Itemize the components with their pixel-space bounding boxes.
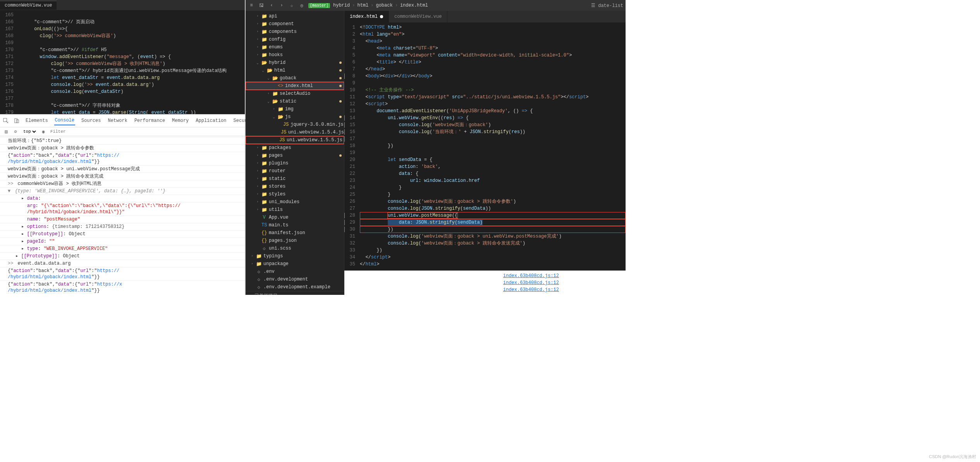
tree-item-router[interactable]: ›📁router [246, 167, 344, 175]
eye-icon[interactable]: ◉ [40, 128, 46, 135]
tree-item-manifest-json[interactable]: {}manifest.json [246, 229, 344, 237]
console-row[interactable]: ▸ type: "WEB_INVOKE_APPSERVICE" [0, 245, 245, 252]
date-list-label[interactable]: ☰ date-list [591, 3, 623, 9]
modified-dot-icon [339, 116, 342, 118]
editor-tab-commonWebView-vue[interactable]: commonWebView.vue [389, 11, 447, 22]
menu-icon[interactable]: ≡ [248, 2, 255, 9]
tree-item-component[interactable]: ›📁component [246, 20, 344, 28]
devtools-tab-network[interactable]: Network [107, 116, 128, 125]
crumb-html[interactable]: html [357, 3, 368, 8]
devtools-tab-elements[interactable]: Elements [25, 116, 49, 125]
clear-console-icon[interactable]: ⊘ [12, 128, 19, 135]
console-row[interactable]: ▸ pageId: "" [0, 238, 245, 245]
breadcrumb[interactable]: hybrid›html›goback›index.html [333, 3, 428, 8]
tree-item-enums[interactable]: ›📁enums [246, 43, 344, 51]
tree-item-uni_modules[interactable]: ›📁uni_modules [246, 198, 344, 206]
console-row[interactable]: arg: "{\"action\":\"back\",\"data\":{\"u… [0, 202, 245, 216]
devtools-tab-sources[interactable]: Sources [81, 116, 101, 125]
tree-item-static[interactable]: ›📁static [246, 175, 344, 183]
console-row[interactable]: webview页面：goback > uni.webView.postMessa… [0, 165, 245, 173]
git-branch-badge[interactable]: [master] [308, 3, 330, 8]
tree-item-selectAudio[interactable]: ›📁selectAudio [246, 90, 344, 98]
tree-item-plugins[interactable]: ›📁plugins [246, 159, 344, 167]
tree-item-styles[interactable]: ›📁styles [246, 190, 344, 198]
source-link[interactable]: index.63b408cd.js:12 [360, 286, 610, 293]
tree-item-api[interactable]: ›📁api [246, 12, 344, 20]
left-editor: commonWebView.vue 1651661671681691701711… [0, 0, 245, 114]
tree-item-utils[interactable]: ›📁utils [246, 206, 344, 214]
tree-item-uni-scss[interactable]: ◇uni.scss [246, 245, 344, 252]
tree-item-packages[interactable]: ›📁packages [246, 144, 344, 152]
tree-item-uni-webview-1-5-4-js[interactable]: JSuni.webview.1.5.4.js [246, 128, 344, 136]
console-row[interactable]: webview页面：goback > 跳转命令参数 [0, 144, 245, 152]
console-row[interactable]: >> commonWebView容器 > 收到HTML消息 [0, 180, 245, 187]
tree-item-static[interactable]: ⌄📂static [246, 98, 344, 105]
modified-dot-icon [339, 77, 342, 79]
console-row[interactable]: >> event.data.data.arg [0, 260, 245, 267]
console-row[interactable]: 当前环境：{"h5":true} [0, 137, 245, 144]
tree-item-hybrid[interactable]: ⌄📂hybrid [246, 59, 344, 67]
source-link[interactable]: index.63b408cd.js:12 [360, 272, 610, 279]
editor-tab-index-html[interactable]: index.html [344, 11, 389, 22]
context-select[interactable]: top [22, 129, 37, 134]
devtools-tab-application[interactable]: Application [195, 116, 227, 125]
tree-item--env-development-example[interactable]: ◇.env.development.example [246, 283, 344, 291]
source-link[interactable]: index.63b408cd.js:12 [360, 279, 610, 286]
console-row[interactable]: ▸ [[Prototype]]: Object [0, 252, 245, 260]
tree-item-jquery-3-6-0-min-js[interactable]: JSjquery-3.6.0.min.js [246, 121, 344, 128]
forward-icon[interactable]: › [278, 2, 285, 9]
tree-item-main-ts[interactable]: TSmain.ts [246, 221, 344, 229]
console-row[interactable]: {"action":"back","data":{"url":"https://… [0, 281, 245, 294]
tree-item-pages-json[interactable]: {}pages.json [246, 237, 344, 245]
crumb-goback[interactable]: goback [376, 3, 392, 8]
tree-item-stores[interactable]: ›📁stores [246, 183, 344, 190]
devtools-tab-console[interactable]: Console [54, 116, 75, 125]
console-row[interactable]: {"action":"back","data":{"url":"https://… [0, 267, 245, 281]
right-line-gutter: 1234567891011121314151617181920212223242… [344, 22, 360, 270]
tree-item-components[interactable]: ›📁components [246, 28, 344, 36]
modified-dot-icon [339, 154, 342, 157]
tree-item-goback[interactable]: ⌄📂goback [246, 74, 344, 82]
save-icon[interactable]: 🖫 [258, 2, 265, 9]
closed-projects-label[interactable]: › 已关闭项目 [246, 291, 344, 295]
devtools-tab-memory[interactable]: Memory [171, 116, 189, 125]
console-filter[interactable] [50, 128, 242, 135]
console-row[interactable]: ▸ options: {timestamp: 1712143758312} [0, 223, 245, 230]
tree-item--env-development[interactable]: ◇.env.development [246, 275, 344, 283]
console-output[interactable]: 当前环境：{"h5":true}webview页面：goback > 跳转命令参… [0, 136, 245, 295]
tree-item-pages[interactable]: ›📁pages [246, 152, 344, 159]
console-row[interactable]: ▸ data: [0, 195, 245, 202]
left-pane: commonWebView.vue 1651661671681691701711… [0, 0, 246, 295]
tree-item-unpackage[interactable]: ›📁unpackage [246, 260, 344, 268]
device-icon[interactable] [14, 118, 19, 124]
inspect-icon[interactable] [3, 118, 9, 124]
editor-tab-common[interactable]: commonWebView.vue [0, 1, 57, 10]
devtools-tabs: ElementsConsoleSourcesNetworkPerformance… [0, 115, 245, 127]
target-icon[interactable]: ◎ [298, 2, 305, 9]
crumb-index.html[interactable]: index.html [400, 3, 428, 8]
modified-dot-icon [339, 62, 342, 64]
console-row[interactable]: {"action":"back","data":{"url":"https://… [0, 152, 245, 165]
file-tree[interactable]: ›📁api›📁component›📁components›📁config›📁en… [246, 11, 344, 295]
star-icon[interactable]: ☆ [288, 2, 295, 9]
console-row[interactable]: ▸ [[Prototype]]: Object [0, 230, 245, 238]
console-row[interactable]: webview页面：goback > 跳转命令发送完成 [0, 173, 245, 180]
back-icon[interactable]: ‹ [268, 2, 275, 9]
tree-item-index-html[interactable]: <>index.html [246, 82, 344, 90]
tree-item-App-vue[interactable]: VApp.vue [246, 214, 344, 221]
devtools-tab-performance[interactable]: Performance [134, 116, 166, 125]
console-row[interactable]: name: "postMessage" [0, 216, 245, 223]
tree-item-hooks[interactable]: ›📁hooks [246, 51, 344, 59]
code-area[interactable]: "c-comment">// 页面启动 onLoad(()=>{ clog('>… [17, 10, 245, 114]
tree-item-html[interactable]: ⌄📂html [246, 67, 344, 74]
tree-item-uni-webview-1-5-5-js[interactable]: JSuni.webview.1.5.5.js [246, 136, 344, 144]
tree-item-img[interactable]: ›📁img [246, 105, 344, 113]
sidebar-toggle-icon[interactable]: ▤ [3, 128, 9, 135]
tree-item-config[interactable]: ›📁config [246, 36, 344, 43]
console-row[interactable]: ▼ {type: 'WEB_INVOKE_APPSERVICE', data: … [0, 187, 245, 195]
right-code-area[interactable]: <!DOCTYPE html><html lang="en"> <head> <… [360, 22, 626, 270]
tree-item-js[interactable]: ⌄📂js [246, 113, 344, 121]
crumb-hybrid[interactable]: hybrid [333, 3, 350, 8]
tree-item--env[interactable]: ◇.env [246, 268, 344, 275]
tree-item-typings[interactable]: ›📁typings [246, 252, 344, 260]
